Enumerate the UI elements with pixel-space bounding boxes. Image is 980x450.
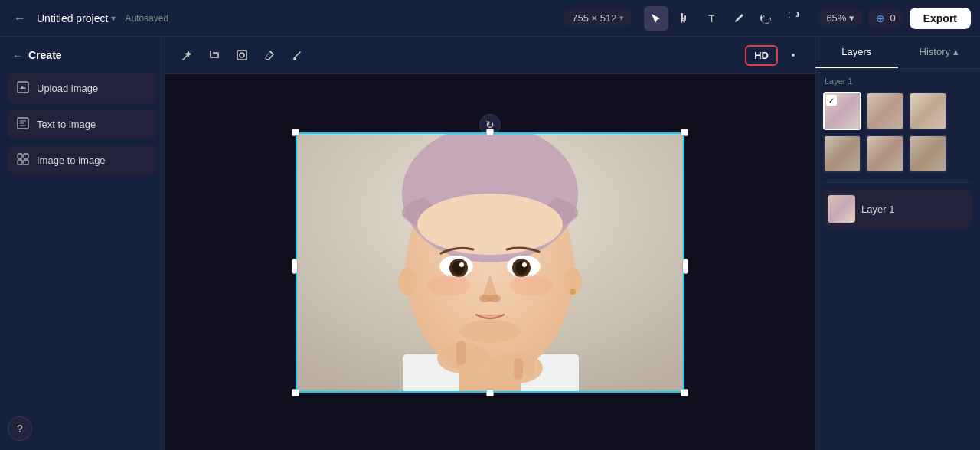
canvas-image bbox=[296, 132, 684, 393]
image-to-image-icon bbox=[17, 153, 29, 168]
project-chevron-icon: ▾ bbox=[111, 13, 116, 24]
crop-tool-button[interactable] bbox=[202, 43, 227, 67]
svg-rect-42 bbox=[525, 356, 534, 377]
canvas-image-wrap[interactable]: ↻ bbox=[296, 132, 684, 393]
canvas-size-control[interactable]: 755 × 512 ▾ bbox=[564, 9, 632, 27]
zoom-chevron-icon: ▾ bbox=[849, 12, 854, 24]
project-name-label: Untitled project bbox=[37, 12, 108, 24]
layer-divider bbox=[823, 182, 972, 183]
image-to-image-label: Image to image bbox=[37, 155, 106, 166]
upload-image-icon bbox=[17, 81, 29, 96]
layer-thumb-5[interactable] bbox=[866, 135, 904, 173]
svg-point-29 bbox=[488, 295, 501, 302]
secondary-toolbar: HD bbox=[165, 37, 815, 74]
svg-rect-39 bbox=[468, 343, 477, 364]
collab-count-label: 0 bbox=[890, 12, 895, 24]
svg-rect-38 bbox=[456, 341, 466, 365]
svg-point-32 bbox=[398, 268, 416, 295]
tab-history[interactable]: History ▴ bbox=[898, 37, 981, 68]
canvas-size-label: 755 × 512 bbox=[572, 12, 616, 24]
undo-button[interactable] bbox=[754, 6, 779, 31]
tab-layers[interactable]: Layers bbox=[815, 37, 898, 68]
layer-thumb-2[interactable] bbox=[866, 92, 904, 130]
left-sidebar: ← Create Upload image Text to image Imag… bbox=[0, 37, 165, 450]
svg-point-7 bbox=[240, 53, 244, 57]
sidebar-item-text-to-image[interactable]: Text to image bbox=[8, 109, 157, 139]
create-header: ← Create bbox=[8, 46, 157, 64]
project-name[interactable]: Untitled project ▾ bbox=[37, 12, 116, 24]
layer-entry[interactable]: Layer 1 bbox=[823, 189, 972, 229]
layer-thumb-3[interactable] bbox=[909, 92, 947, 130]
autosaved-label: Autosaved bbox=[125, 13, 168, 24]
frame-tool-button[interactable] bbox=[230, 43, 254, 67]
history-chevron-icon: ▴ bbox=[953, 46, 959, 57]
svg-rect-41 bbox=[514, 358, 523, 380]
check-icon: ✓ bbox=[826, 95, 837, 106]
topbar-right: 65% ▾ ⊕ 0 Export bbox=[818, 8, 971, 29]
svg-rect-4 bbox=[18, 160, 22, 165]
select-tool-button[interactable] bbox=[644, 6, 668, 31]
help-button[interactable]: ? bbox=[8, 416, 32, 441]
back-button[interactable]: ← bbox=[9, 8, 31, 29]
layer-entry-thumb bbox=[828, 195, 855, 223]
sidebar-item-image-to-image[interactable]: Image to image bbox=[8, 145, 157, 175]
svg-rect-37 bbox=[445, 345, 454, 367]
text-tool-button[interactable]: T bbox=[699, 6, 724, 31]
svg-point-31 bbox=[510, 275, 553, 296]
svg-point-30 bbox=[427, 275, 470, 296]
pen-tool-button[interactable] bbox=[727, 6, 751, 31]
svg-rect-2 bbox=[18, 154, 22, 158]
main-area: ← Create Upload image Text to image Imag… bbox=[0, 37, 980, 450]
brush-tool-button[interactable] bbox=[285, 43, 309, 67]
magic-wand-tool-button[interactable] bbox=[175, 43, 199, 67]
enhance-button[interactable] bbox=[781, 43, 805, 67]
text-to-image-label: Text to image bbox=[37, 119, 96, 130]
layer-thumb-4[interactable] bbox=[823, 135, 861, 173]
sidebar-bottom: ? bbox=[8, 416, 157, 441]
svg-rect-5 bbox=[24, 160, 28, 165]
layer-thumb-6[interactable] bbox=[909, 135, 947, 173]
export-button[interactable]: Export bbox=[910, 8, 971, 29]
canvas-area: HD ↻ bbox=[165, 37, 815, 450]
svg-point-34 bbox=[570, 289, 576, 295]
redo-button[interactable] bbox=[782, 6, 806, 31]
layer-thumb-1[interactable]: ✓ bbox=[823, 92, 861, 130]
layer-entry-name: Layer 1 bbox=[861, 204, 894, 215]
zoom-level-label: 65% bbox=[826, 12, 846, 24]
text-to-image-icon bbox=[17, 117, 29, 132]
zoom-control[interactable]: 65% ▾ bbox=[818, 9, 862, 27]
collab-icon: ⊕ bbox=[876, 12, 885, 24]
layers-content: Layer 1 ✓ bbox=[815, 69, 980, 450]
upload-image-label: Upload image bbox=[37, 83, 98, 94]
svg-point-43 bbox=[459, 320, 521, 343]
right-tabs: Layers History ▴ bbox=[815, 37, 980, 69]
svg-rect-3 bbox=[24, 154, 28, 158]
collab-button[interactable]: ⊕ 0 bbox=[868, 9, 903, 28]
layer-group-label: Layer 1 bbox=[823, 77, 972, 86]
eraser-tool-button[interactable] bbox=[257, 43, 282, 67]
layer-thumbnails: ✓ bbox=[823, 92, 972, 173]
svg-rect-6 bbox=[237, 51, 247, 60]
svg-rect-40 bbox=[502, 354, 511, 377]
sidebar-item-upload-image[interactable]: Upload image bbox=[8, 73, 157, 103]
canvas-viewport[interactable]: ↻ bbox=[165, 74, 815, 450]
create-label: Create bbox=[28, 49, 62, 61]
history-tab-label: History bbox=[920, 46, 950, 57]
topbar: ← Untitled project ▾ Autosaved 755 × 512… bbox=[0, 0, 980, 37]
right-sidebar: Layers History ▴ Layer 1 ✓ bbox=[815, 37, 980, 450]
topbar-tools: T bbox=[644, 6, 806, 31]
svg-point-8 bbox=[792, 54, 795, 57]
create-back-icon: ← bbox=[12, 50, 22, 61]
hand-tool-button[interactable] bbox=[671, 6, 696, 31]
hd-button[interactable]: HD bbox=[745, 45, 778, 66]
canvas-size-chevron-icon: ▾ bbox=[619, 13, 624, 23]
svg-point-19 bbox=[417, 194, 563, 255]
svg-point-27 bbox=[522, 262, 527, 267]
svg-point-23 bbox=[459, 262, 464, 267]
